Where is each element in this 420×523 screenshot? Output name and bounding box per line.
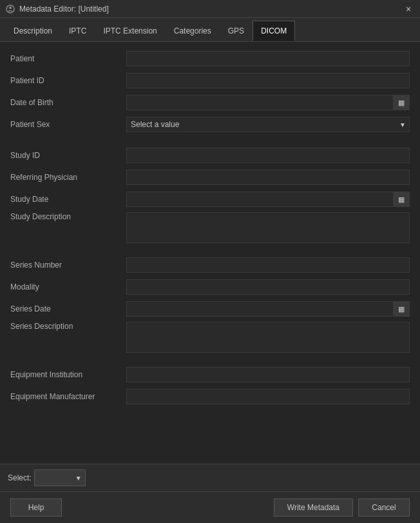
study-date-field-group: ▦ xyxy=(126,192,410,207)
modality-label: Modality xyxy=(10,282,126,291)
equipment-section: Equipment Institution Equipment Manufact… xyxy=(10,366,410,406)
study-date-input[interactable] xyxy=(126,192,393,207)
series-date-row: Series Date ▦ xyxy=(10,300,410,318)
main-content: Patient Patient ID Date of Birth ▦ Patie… xyxy=(0,42,420,464)
separator-3 xyxy=(10,358,410,366)
series-description-row: Series Description xyxy=(10,322,410,353)
patient-section: Patient Patient ID Date of Birth ▦ Patie… xyxy=(10,50,410,133)
dob-input[interactable] xyxy=(126,95,393,110)
patient-sex-label: Patient Sex xyxy=(10,120,126,129)
tab-gps[interactable]: GPS xyxy=(220,21,253,41)
bottom-select[interactable] xyxy=(34,469,86,486)
app-icon xyxy=(5,4,15,14)
close-button[interactable]: × xyxy=(402,3,415,15)
equipment-manufacturer-input[interactable] xyxy=(126,389,410,404)
patient-sex-select-wrapper: Select a value Male Female Other ▼ xyxy=(126,117,410,132)
modality-input[interactable] xyxy=(126,279,410,295)
patient-sex-row: Patient Sex Select a value Male Female O… xyxy=(10,115,410,133)
study-description-row: Study Description xyxy=(10,212,410,243)
referring-physician-label: Referring Physician xyxy=(10,173,126,182)
tab-description[interactable]: Description xyxy=(5,21,61,41)
series-description-textarea[interactable] xyxy=(126,322,410,353)
patient-row: Patient xyxy=(10,50,410,68)
separator-1 xyxy=(10,139,410,146)
series-number-row: Series Number xyxy=(10,256,410,274)
study-id-label: Study ID xyxy=(10,151,126,160)
series-date-input[interactable] xyxy=(126,301,393,317)
dob-row: Date of Birth ▦ xyxy=(10,94,410,112)
referring-physician-row: Referring Physician xyxy=(10,168,410,186)
bottom-select-bar: Select: ▼ xyxy=(0,464,420,491)
patient-id-row: Patient ID xyxy=(10,72,410,90)
patient-id-label: Patient ID xyxy=(10,76,126,85)
equipment-institution-row: Equipment Institution xyxy=(10,366,410,384)
series-description-label: Series Description xyxy=(10,322,126,331)
patient-id-input[interactable] xyxy=(126,73,410,88)
study-id-input[interactable] xyxy=(126,148,410,163)
equipment-manufacturer-row: Equipment Manufacturer xyxy=(10,388,410,406)
tab-iptc-extension[interactable]: IPTC Extension xyxy=(95,21,165,41)
modality-row: Modality xyxy=(10,278,410,296)
series-date-label: Series Date xyxy=(10,304,126,313)
footer-right-buttons: Write Metadata Cancel xyxy=(274,498,410,517)
footer: Help Write Metadata Cancel xyxy=(0,491,420,523)
series-number-input[interactable] xyxy=(126,257,410,273)
equipment-institution-label: Equipment Institution xyxy=(10,370,126,379)
referring-physician-input[interactable] xyxy=(126,170,410,185)
write-metadata-button[interactable]: Write Metadata xyxy=(274,498,353,517)
dob-field-group: ▦ xyxy=(126,95,410,110)
study-date-row: Study Date ▦ xyxy=(10,190,410,208)
dob-label: Date of Birth xyxy=(10,98,126,107)
series-section: Series Number Modality Series Date ▦ Ser… xyxy=(10,256,410,353)
dob-calendar-button[interactable]: ▦ xyxy=(393,95,410,110)
study-description-textarea[interactable] xyxy=(126,212,410,243)
study-date-label: Study Date xyxy=(10,195,126,204)
series-date-calendar-button[interactable]: ▦ xyxy=(393,301,410,317)
separator-2 xyxy=(10,248,410,256)
svg-point-1 xyxy=(9,6,12,9)
study-date-calendar-button[interactable]: ▦ xyxy=(393,192,410,207)
tab-dicom[interactable]: DICOM xyxy=(253,21,295,41)
cancel-button[interactable]: Cancel xyxy=(358,498,410,517)
title-bar: Metadata Editor: [Untitled] × xyxy=(0,0,420,18)
select-bar-label: Select: xyxy=(8,473,32,482)
series-number-label: Series Number xyxy=(10,261,126,270)
help-button[interactable]: Help xyxy=(10,498,62,517)
study-description-label: Study Description xyxy=(10,212,126,221)
bottom-select-wrapper: ▼ xyxy=(34,469,86,486)
study-id-row: Study ID xyxy=(10,146,410,164)
window-title: Metadata Editor: [Untitled] xyxy=(19,5,402,14)
patient-sex-select[interactable]: Select a value Male Female Other xyxy=(126,117,410,132)
study-section: Study ID Referring Physician Study Date … xyxy=(10,146,410,243)
tab-iptc[interactable]: IPTC xyxy=(61,21,95,41)
patient-label: Patient xyxy=(10,54,126,63)
patient-input[interactable] xyxy=(126,51,410,66)
equipment-institution-input[interactable] xyxy=(126,367,410,382)
tab-bar: Description IPTC IPTC Extension Categori… xyxy=(0,18,420,42)
equipment-manufacturer-label: Equipment Manufacturer xyxy=(10,392,126,401)
series-date-field-group: ▦ xyxy=(126,301,410,317)
tab-categories[interactable]: Categories xyxy=(166,21,220,41)
